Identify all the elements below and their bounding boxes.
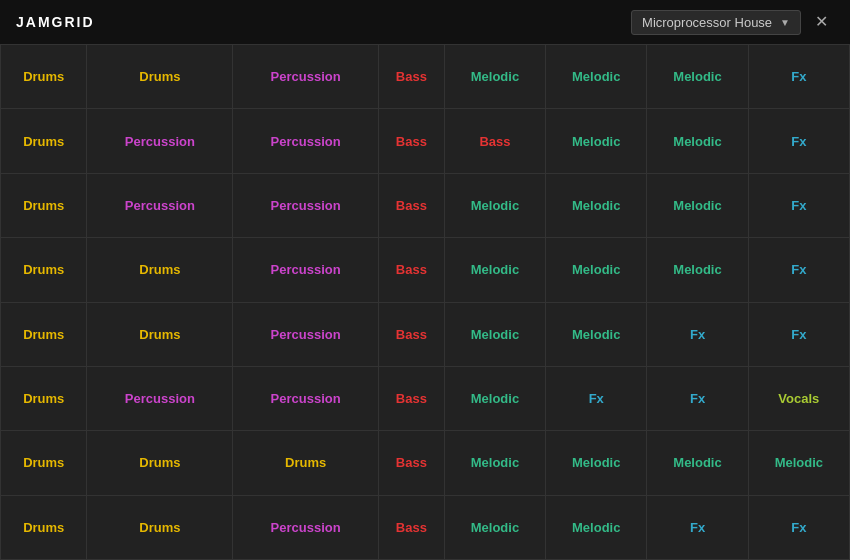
cell-0-3[interactable]: Bass [379, 45, 445, 109]
cell-7-6[interactable]: Fx [647, 495, 748, 559]
cell-5-7[interactable]: Vocals [748, 366, 849, 430]
cell-5-3[interactable]: Bass [379, 366, 445, 430]
cell-1-4[interactable]: Bass [444, 109, 545, 173]
cell-1-5[interactable]: Melodic [546, 109, 647, 173]
table-row: DrumsDrumsPercussionBassMelodicMelodicMe… [1, 45, 850, 109]
cell-3-7[interactable]: Fx [748, 238, 849, 302]
cell-4-3[interactable]: Bass [379, 302, 445, 366]
cell-2-7[interactable]: Fx [748, 173, 849, 237]
table-row: DrumsPercussionPercussionBassMelodicMelo… [1, 173, 850, 237]
grid-container: DrumsDrumsPercussionBassMelodicMelodicMe… [0, 44, 850, 560]
cell-4-0[interactable]: Drums [1, 302, 87, 366]
cell-6-7[interactable]: Melodic [748, 431, 849, 495]
close-button[interactable]: ✕ [809, 10, 834, 34]
cell-5-6[interactable]: Fx [647, 366, 748, 430]
cell-5-0[interactable]: Drums [1, 366, 87, 430]
cell-2-0[interactable]: Drums [1, 173, 87, 237]
cell-3-6[interactable]: Melodic [647, 238, 748, 302]
cell-4-6[interactable]: Fx [647, 302, 748, 366]
cell-2-1[interactable]: Percussion [87, 173, 233, 237]
cell-7-5[interactable]: Melodic [546, 495, 647, 559]
table-row: DrumsPercussionPercussionBassBassMelodic… [1, 109, 850, 173]
table-row: DrumsDrumsPercussionBassMelodicMelodicFx… [1, 302, 850, 366]
cell-2-6[interactable]: Melodic [647, 173, 748, 237]
chevron-down-icon: ▼ [780, 17, 790, 28]
table-row: DrumsDrumsPercussionBassMelodicMelodicMe… [1, 238, 850, 302]
cell-0-7[interactable]: Fx [748, 45, 849, 109]
cell-7-4[interactable]: Melodic [444, 495, 545, 559]
cell-0-4[interactable]: Melodic [444, 45, 545, 109]
cell-6-0[interactable]: Drums [1, 431, 87, 495]
cell-7-1[interactable]: Drums [87, 495, 233, 559]
cell-0-6[interactable]: Melodic [647, 45, 748, 109]
cell-7-2[interactable]: Percussion [233, 495, 379, 559]
cell-5-2[interactable]: Percussion [233, 366, 379, 430]
cell-0-2[interactable]: Percussion [233, 45, 379, 109]
cell-0-0[interactable]: Drums [1, 45, 87, 109]
table-row: DrumsDrumsPercussionBassMelodicMelodicFx… [1, 495, 850, 559]
cell-2-2[interactable]: Percussion [233, 173, 379, 237]
cell-3-3[interactable]: Bass [379, 238, 445, 302]
cell-1-3[interactable]: Bass [379, 109, 445, 173]
grid-body: DrumsDrumsPercussionBassMelodicMelodicMe… [1, 45, 850, 560]
cell-6-5[interactable]: Melodic [546, 431, 647, 495]
cell-4-2[interactable]: Percussion [233, 302, 379, 366]
cell-0-1[interactable]: Drums [87, 45, 233, 109]
cell-1-7[interactable]: Fx [748, 109, 849, 173]
logo: JAMGRID [16, 14, 95, 30]
cell-5-4[interactable]: Melodic [444, 366, 545, 430]
table-row: DrumsPercussionPercussionBassMelodicFxFx… [1, 366, 850, 430]
cell-4-5[interactable]: Melodic [546, 302, 647, 366]
table-row: DrumsDrumsDrumsBassMelodicMelodicMelodic… [1, 431, 850, 495]
cell-6-6[interactable]: Melodic [647, 431, 748, 495]
cell-2-4[interactable]: Melodic [444, 173, 545, 237]
cell-7-0[interactable]: Drums [1, 495, 87, 559]
cell-6-1[interactable]: Drums [87, 431, 233, 495]
app: JAMGRID Microprocessor House ▼ ✕ DrumsDr… [0, 0, 850, 560]
cell-2-3[interactable]: Bass [379, 173, 445, 237]
cell-5-5[interactable]: Fx [546, 366, 647, 430]
preset-selector[interactable]: Microprocessor House ▼ [631, 10, 801, 35]
cell-3-4[interactable]: Melodic [444, 238, 545, 302]
cell-4-1[interactable]: Drums [87, 302, 233, 366]
cell-6-4[interactable]: Melodic [444, 431, 545, 495]
cell-3-5[interactable]: Melodic [546, 238, 647, 302]
cell-1-0[interactable]: Drums [1, 109, 87, 173]
preset-label: Microprocessor House [642, 15, 772, 30]
titlebar: JAMGRID Microprocessor House ▼ ✕ [0, 0, 850, 44]
cell-4-7[interactable]: Fx [748, 302, 849, 366]
cell-1-1[interactable]: Percussion [87, 109, 233, 173]
cell-7-7[interactable]: Fx [748, 495, 849, 559]
cell-2-5[interactable]: Melodic [546, 173, 647, 237]
cell-7-3[interactable]: Bass [379, 495, 445, 559]
cell-4-4[interactable]: Melodic [444, 302, 545, 366]
cell-3-2[interactable]: Percussion [233, 238, 379, 302]
cell-3-1[interactable]: Drums [87, 238, 233, 302]
grid-table: DrumsDrumsPercussionBassMelodicMelodicMe… [0, 44, 850, 560]
cell-6-2[interactable]: Drums [233, 431, 379, 495]
titlebar-right: Microprocessor House ▼ ✕ [631, 10, 834, 35]
cell-3-0[interactable]: Drums [1, 238, 87, 302]
cell-0-5[interactable]: Melodic [546, 45, 647, 109]
cell-5-1[interactable]: Percussion [87, 366, 233, 430]
cell-1-2[interactable]: Percussion [233, 109, 379, 173]
cell-1-6[interactable]: Melodic [647, 109, 748, 173]
cell-6-3[interactable]: Bass [379, 431, 445, 495]
